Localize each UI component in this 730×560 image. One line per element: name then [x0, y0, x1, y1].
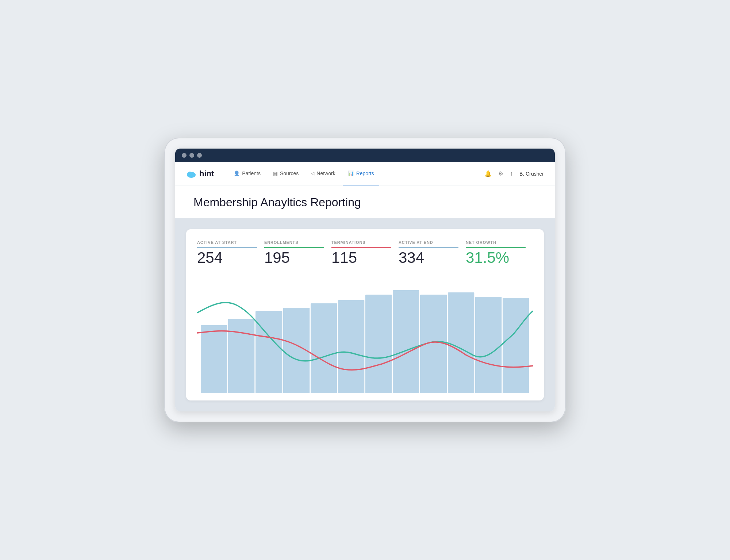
bell-icon[interactable]: 🔔: [484, 170, 492, 177]
nav-label-reports: Reports: [356, 170, 374, 176]
nav-label-patients: Patients: [242, 170, 261, 176]
page-header: Membership Anayltics Reporting: [175, 185, 555, 218]
patients-icon: 👤: [234, 170, 240, 176]
stat-label-active-start: ACTIVE AT START: [197, 240, 257, 248]
logo-cloud-icon: [186, 170, 196, 178]
nav-item-patients[interactable]: 👤 Patients: [228, 162, 266, 185]
reports-icon: 📊: [348, 170, 354, 176]
stat-enrollments: ENROLLMENTS 195: [264, 240, 331, 265]
chart-bar: [201, 325, 227, 393]
sources-icon: ▦: [273, 170, 278, 176]
chart-bar: [420, 295, 447, 393]
stat-label-enrollments: ENROLLMENTS: [264, 240, 324, 248]
main-nav: 👤 Patients ▦ Sources ◁ Network 📊 Reports: [228, 162, 484, 185]
chart-bar: [448, 292, 474, 393]
stat-value-enrollments: 195: [264, 250, 324, 265]
chart-bar: [475, 297, 502, 393]
chart-card: ACTIVE AT START 254 ENROLLMENTS 195 TERM…: [186, 229, 544, 400]
stat-active-end: ACTIVE AT END 334: [399, 240, 466, 265]
network-icon: ◁: [311, 171, 314, 176]
chart-bar: [365, 295, 392, 393]
traffic-light-minimize[interactable]: [189, 153, 194, 158]
nav-right: 🔔 ⚙ ↑ B. Crusher: [484, 170, 544, 177]
chart-bar: [338, 300, 365, 393]
bars-container: [197, 276, 533, 393]
stat-net-growth: NET GROWTH 31.5%: [466, 240, 533, 265]
stats-row: ACTIVE AT START 254 ENROLLMENTS 195 TERM…: [197, 240, 533, 265]
stat-terminations: TERMINATIONS 115: [331, 240, 399, 265]
logo-text: hint: [199, 169, 214, 179]
stat-label-terminations: TERMINATIONS: [331, 240, 391, 248]
nav-label-network: Network: [316, 170, 335, 176]
stat-value-terminations: 115: [331, 250, 391, 265]
browser-titlebar: [175, 149, 555, 162]
stat-label-active-end: ACTIVE AT END: [399, 240, 458, 248]
svg-point-2: [191, 172, 195, 177]
browser-navbar: hint 👤 Patients ▦ Sources ◁ Network 📊 Re: [175, 162, 555, 185]
traffic-light-maximize[interactable]: [197, 153, 202, 158]
chart-bar: [283, 308, 310, 393]
stat-active-start: ACTIVE AT START 254: [197, 240, 264, 265]
browser-window: hint 👤 Patients ▦ Sources ◁ Network 📊 Re: [175, 149, 555, 411]
traffic-light-close[interactable]: [182, 153, 187, 158]
chart-area: [197, 276, 533, 393]
stat-value-net-growth: 31.5%: [466, 250, 526, 265]
page-title: Membership Anayltics Reporting: [193, 196, 537, 209]
device-frame: hint 👤 Patients ▦ Sources ◁ Network 📊 Re: [164, 138, 566, 422]
page-content: ACTIVE AT START 254 ENROLLMENTS 195 TERM…: [175, 218, 555, 411]
chart-bar: [256, 311, 282, 393]
nav-item-reports[interactable]: 📊 Reports: [343, 162, 379, 185]
stat-value-active-start: 254: [197, 250, 257, 265]
chart-bar: [503, 298, 529, 393]
chart-bar: [228, 319, 255, 393]
chart-bar: [393, 290, 419, 393]
stat-label-net-growth: NET GROWTH: [466, 240, 526, 248]
nav-item-sources[interactable]: ▦ Sources: [268, 162, 304, 185]
nav-item-network[interactable]: ◁ Network: [306, 162, 340, 185]
upload-icon[interactable]: ↑: [510, 170, 513, 177]
logo-area: hint: [186, 169, 214, 179]
stat-value-active-end: 334: [399, 250, 458, 265]
chart-bar: [311, 303, 337, 393]
gear-icon[interactable]: ⚙: [498, 170, 503, 177]
user-name: B. Crusher: [519, 171, 544, 177]
nav-label-sources: Sources: [280, 170, 299, 176]
